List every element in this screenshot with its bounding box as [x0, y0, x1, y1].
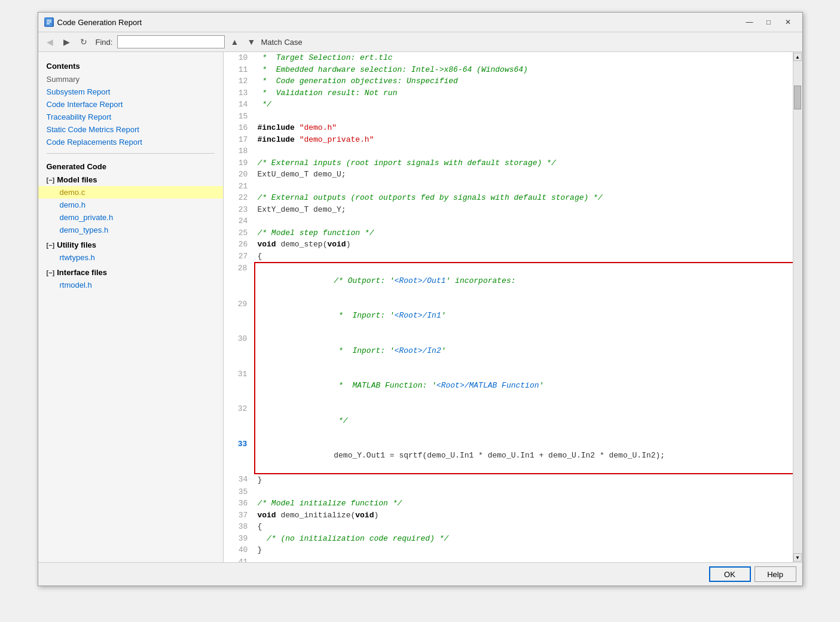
line-number: 23: [224, 204, 255, 216]
line-code: [255, 145, 801, 157]
line-code: /* External inputs (root inport signals …: [255, 157, 801, 169]
sidebar-item-code-replacements[interactable]: Code Replacements Report: [38, 136, 223, 148]
find-label: Find:: [96, 38, 113, 47]
line-code: /* Outport: '<Root>/Out1' incorporates:: [255, 263, 801, 298]
link-root-in2[interactable]: <Root>/In2: [395, 346, 441, 355]
line-code: * Inport: '<Root>/In2': [255, 333, 801, 368]
svg-rect-1: [47, 20, 51, 21]
app-icon: [44, 17, 54, 27]
table-row: 26 void demo_step(void): [224, 239, 802, 251]
main-window: Code Generation Report — □ ✕ ◀ ▶ ↻ Find:…: [38, 12, 803, 586]
line-number: 22: [224, 192, 255, 204]
find-up-button[interactable]: ▲: [227, 35, 242, 49]
table-row: 17 #include "demo_private.h": [224, 134, 802, 146]
utility-files-section: [−] Utility files rtwtypes.h: [38, 239, 223, 266]
sidebar-item-demo-h[interactable]: demo.h: [38, 199, 223, 211]
sidebar-item-traceability[interactable]: Traceability Report: [38, 111, 223, 123]
line-number: 41: [224, 556, 255, 563]
line-number: 25: [224, 227, 255, 239]
line-number: 14: [224, 99, 255, 111]
line-code: demo_Y.Out1 = sqrtf(demo_U.In1 * demo_U.…: [255, 438, 801, 474]
utility-files-header: [−] Utility files: [38, 239, 223, 251]
table-row: 10 * Target Selection: ert.tlc: [224, 52, 802, 64]
line-code: /* (no initialization code required) */: [255, 533, 801, 545]
line-number: 33: [224, 438, 255, 474]
sidebar-divider: [47, 153, 215, 154]
line-number: 39: [224, 533, 255, 545]
minimize-button[interactable]: —: [741, 16, 758, 28]
scroll-down-arrow[interactable]: ▼: [793, 553, 802, 562]
sidebar-item-static-code[interactable]: Static Code Metrics Report: [38, 123, 223, 136]
table-row: 23 ExtY_demo_T demo_Y;: [224, 204, 802, 216]
link-root-in1[interactable]: <Root>/In1: [395, 311, 441, 320]
interface-files-toggle[interactable]: [−]: [47, 269, 55, 276]
contents-title: Contents: [38, 58, 223, 73]
sidebar-item-demo-private-h[interactable]: demo_private.h: [38, 211, 223, 224]
line-number: 27: [224, 251, 255, 263]
code-panel: 10 * Target Selection: ert.tlc 11 * Embe…: [224, 52, 802, 562]
interface-files-header: [−] Interface files: [38, 266, 223, 279]
svg-rect-3: [47, 23, 50, 25]
back-button[interactable]: ◀: [43, 35, 57, 49]
interface-files-section: [−] Interface files rtmodel.h: [38, 266, 223, 294]
title-bar: Code Generation Report — □ ✕: [38, 13, 802, 32]
line-number: 26: [224, 239, 255, 251]
vertical-scrollbar[interactable]: ▲ ▼: [793, 52, 802, 562]
table-row: 28 /* Outport: '<Root>/Out1' incorporate…: [224, 263, 802, 298]
line-number: 30: [224, 333, 255, 368]
table-row: 38 {: [224, 521, 802, 533]
line-code: {: [255, 521, 801, 533]
line-number: 16: [224, 122, 255, 134]
model-files-toggle[interactable]: [−]: [47, 176, 55, 184]
close-button[interactable]: ✕: [780, 16, 796, 28]
scroll-thumb[interactable]: [794, 86, 801, 109]
sidebar-item-summary: Summary: [38, 73, 223, 86]
scroll-track: [793, 61, 802, 553]
sidebar: Contents Summary Subsystem Report Code I…: [38, 52, 224, 562]
code-table: 10 * Target Selection: ert.tlc 11 * Embe…: [224, 52, 802, 562]
refresh-button[interactable]: ↻: [77, 35, 91, 49]
line-number: 13: [224, 87, 255, 99]
line-code: #include "demo_private.h": [255, 134, 801, 146]
find-down-button[interactable]: ▼: [244, 35, 258, 49]
bottom-bar: OK Help: [38, 562, 802, 586]
line-code: ExtU_demo_T demo_U;: [255, 169, 801, 181]
link-root-matlab[interactable]: <Root>/MATLAB Function: [436, 381, 539, 390]
table-row: 34 }: [224, 474, 802, 486]
line-code: ExtY_demo_T demo_Y;: [255, 204, 801, 216]
line-code: [255, 486, 801, 498]
table-row: 22 /* External outputs (root outports fe…: [224, 192, 802, 204]
link-root-out1[interactable]: <Root>/Out1: [395, 276, 446, 285]
line-number: 36: [224, 498, 255, 510]
sidebar-item-code-interface[interactable]: Code Interface Report: [38, 98, 223, 111]
sidebar-item-demo-types-h[interactable]: demo_types.h: [38, 224, 223, 236]
model-files-title: Model files: [57, 175, 97, 184]
line-number: 29: [224, 298, 255, 334]
sidebar-item-demo-c[interactable]: demo.c: [38, 186, 223, 199]
table-row: 14 */: [224, 99, 802, 111]
table-row: 35: [224, 486, 802, 498]
line-number: 20: [224, 169, 255, 181]
code-scroll-area[interactable]: 10 * Target Selection: ert.tlc 11 * Embe…: [224, 52, 802, 562]
sidebar-item-rtmodel-h[interactable]: rtmodel.h: [38, 279, 223, 291]
sidebar-item-rtwtypes-h[interactable]: rtwtypes.h: [38, 251, 223, 264]
utility-files-toggle[interactable]: [−]: [47, 242, 55, 249]
scroll-up-arrow[interactable]: ▲: [793, 53, 802, 61]
find-input[interactable]: [117, 35, 225, 48]
line-code: {: [255, 251, 801, 263]
line-number: 10: [224, 52, 255, 64]
ok-button[interactable]: OK: [709, 566, 751, 582]
forward-button[interactable]: ▶: [60, 35, 74, 49]
line-code: [255, 111, 801, 123]
maximize-button[interactable]: □: [760, 16, 777, 28]
line-number: 37: [224, 510, 255, 522]
line-number: 18: [224, 145, 255, 157]
table-row: 30 * Inport: '<Root>/In2': [224, 333, 802, 368]
sidebar-item-subsystem-report[interactable]: Subsystem Report: [38, 86, 223, 98]
help-button[interactable]: Help: [755, 566, 796, 582]
table-row: 19 /* External inputs (root inport signa…: [224, 157, 802, 169]
table-row: 21: [224, 181, 802, 193]
table-row: 39 /* (no initialization code required) …: [224, 533, 802, 545]
table-row: 16 #include "demo.h": [224, 122, 802, 134]
line-code: /* External outputs (root outports fed b…: [255, 192, 801, 204]
